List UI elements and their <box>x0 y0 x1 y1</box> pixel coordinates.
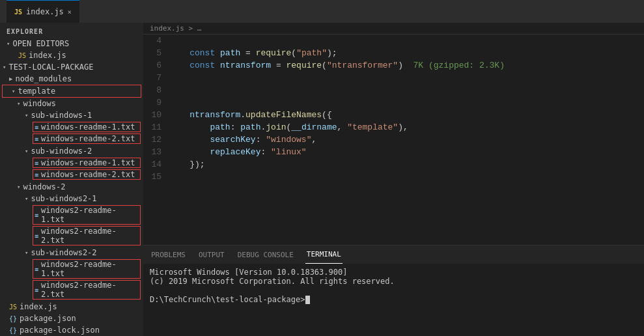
line-num: 15 <box>143 171 169 183</box>
js-file-icon: JS <box>18 52 26 59</box>
txt-icon: ≡ <box>35 160 38 167</box>
w2-sub1-readme-2-label: windows2-readme-2.txt <box>41 227 139 245</box>
node-modules-label: node_modules <box>15 74 72 83</box>
sw2-windows-readme-1-label: windows-readme-1.txt <box>41 158 135 167</box>
chevron-icon: ▾ <box>17 100 20 107</box>
json-file-icon: {} <box>9 327 17 334</box>
windows-2-folder[interactable]: ▾ windows-2 <box>0 181 143 193</box>
chevron-icon: ▾ <box>12 88 15 94</box>
code-line-10: 10 ntransform.updateFileNames({ <box>143 109 644 121</box>
windows-readme-2-label: windows-readme-2.txt <box>41 134 135 143</box>
windows-readme-1-label: windows-readme-1.txt <box>41 122 135 132</box>
code-line-4: 4 <box>143 35 644 47</box>
package-json-label: package.json <box>20 314 76 323</box>
sub-windows-2-label: sub-windows-2 <box>31 147 92 156</box>
breadcrumb: index.js > … <box>143 23 644 35</box>
sub-windows2-2-folder[interactable]: ▾ sub-windows2-2 <box>0 247 143 259</box>
bottom-panel: PROBLEMS OUTPUT DEBUG CONSOLE TERMINAL M… <box>143 245 644 336</box>
sw2-windows-readme-2-file[interactable]: ≡ windows-readme-2.txt <box>33 169 141 180</box>
line-content: const path = require("path"); <box>169 47 337 59</box>
txt-icon: ≡ <box>35 124 38 131</box>
code-line-9: 9 <box>143 96 644 109</box>
txt-icon: ≡ <box>35 135 38 143</box>
tab-output[interactable]: OUTPUT <box>197 245 226 264</box>
package-json-file[interactable]: {} package.json <box>0 313 143 324</box>
windows-label: windows <box>23 99 56 108</box>
json-file-icon: {} <box>9 315 17 322</box>
line-content: }); <box>169 158 205 171</box>
line-num: 14 <box>143 158 169 171</box>
line-num: 7 <box>143 72 169 84</box>
sidebar: EXPLORER ▾ OPEN EDITORS JS index.js ▾ TE… <box>0 23 143 336</box>
chevron-icon: ▾ <box>25 148 28 154</box>
terminal-line-2: (c) 2019 Microsoft Corporation. All righ… <box>150 277 637 286</box>
code-line-14: 14 }); <box>143 158 644 171</box>
explorer-title: EXPLORER <box>0 23 143 38</box>
project-label: TEST-LOCAL-PACKAGE <box>8 63 93 72</box>
top-bar: JS index.js × <box>0 0 644 23</box>
w2-sub2-readme-1-label: windows2-readme-1.txt <box>41 260 139 278</box>
line-content: ntransform.updateFileNames({ <box>169 109 332 121</box>
index-js-file[interactable]: JS index.js <box>0 301 143 313</box>
editor-area: index.js > … 4 5 const path = require("p… <box>143 23 644 336</box>
package-lock-json-label: package-lock.json <box>20 326 100 335</box>
line-num: 5 <box>143 47 169 59</box>
node-modules-folder[interactable]: ▶ node_modules <box>0 73 143 85</box>
sw2-windows-readme-1-file[interactable]: ≡ windows-readme-1.txt <box>33 158 141 168</box>
tab-close-button[interactable]: × <box>68 8 72 16</box>
sub-windows2-2-label: sub-windows2-2 <box>31 248 96 257</box>
sub-windows2-1-label: sub-windows2-1 <box>31 194 96 203</box>
code-line-5: 5 const path = require("path"); <box>143 47 644 59</box>
w2-sub1-readme-1-label: windows2-readme-1.txt <box>41 206 139 224</box>
line-num: 10 <box>143 109 169 121</box>
txt-icon: ≡ <box>35 232 38 240</box>
tab-debug-console[interactable]: DEBUG CONSOLE <box>236 245 295 264</box>
windows-readme-2-file[interactable]: ≡ windows-readme-2.txt <box>33 133 141 144</box>
project-chevron-icon: ▾ <box>3 64 6 70</box>
sub-windows-2-folder[interactable]: ▾ sub-windows-2 <box>0 145 143 157</box>
js-tab-icon: JS <box>14 8 22 16</box>
sub-windows2-1-folder[interactable]: ▾ sub-windows2-1 <box>0 193 143 204</box>
project-section[interactable]: ▾ TEST-LOCAL-PACKAGE <box>0 61 143 73</box>
sw2-windows-readme-2-label: windows-readme-2.txt <box>41 170 135 179</box>
tab-terminal[interactable]: TERMINAL <box>305 245 343 264</box>
line-content: searchKey: "windows", <box>169 133 316 146</box>
txt-icon: ≡ <box>35 212 38 219</box>
w2-sub1-readme-1-file[interactable]: ≡ windows2-readme-1.txt <box>33 205 141 225</box>
w2-sub2-readme-1-file[interactable]: ≡ windows2-readme-1.txt <box>33 259 141 279</box>
main-layout: EXPLORER ▾ OPEN EDITORS JS index.js ▾ TE… <box>0 23 644 336</box>
sub-windows-1-folder[interactable]: ▾ sub-windows-1 <box>0 109 143 121</box>
editor-tab[interactable]: JS index.js × <box>7 0 79 23</box>
windows-readme-1-file[interactable]: ≡ windows-readme-1.txt <box>33 122 141 132</box>
tab-problems[interactable]: PROBLEMS <box>150 245 187 264</box>
code-editor[interactable]: 4 5 const path = require("path"); 6 cons… <box>143 35 644 245</box>
code-line-7: 7 <box>143 72 644 84</box>
w2-sub2-readme-2-label: windows2-readme-2.txt <box>41 281 139 299</box>
terminal-content[interactable]: Microsoft Windows [Version 10.0.18363.90… <box>143 264 644 336</box>
chevron-icon: ▾ <box>25 249 28 256</box>
code-line-6: 6 const ntransform = require("ntransform… <box>143 59 644 72</box>
open-editors-section[interactable]: ▾ OPEN EDITORS <box>0 38 143 49</box>
line-num: 9 <box>143 96 169 109</box>
windows-folder[interactable]: ▾ windows <box>0 98 143 109</box>
js-file-icon: JS <box>9 303 17 311</box>
chevron-icon: ▾ <box>25 195 28 202</box>
package-lock-json-file[interactable]: {} package-lock.json <box>0 324 143 336</box>
code-line-15: 15 <box>143 171 644 183</box>
code-line-8: 8 <box>143 84 644 96</box>
chevron-icon: ▾ <box>7 40 10 47</box>
line-num: 6 <box>143 59 169 72</box>
line-num: 11 <box>143 121 169 133</box>
w2-sub1-readme-2-file[interactable]: ≡ windows2-readme-2.txt <box>33 226 141 245</box>
w2-sub2-readme-2-file[interactable]: ≡ windows2-readme-2.txt <box>33 280 141 300</box>
template-folder[interactable]: ▾ template <box>3 85 141 97</box>
line-content: const ntransform = require("ntransformer… <box>169 59 505 72</box>
open-file-label: index.js <box>29 51 66 60</box>
txt-icon: ≡ <box>35 266 38 273</box>
txt-icon: ≡ <box>35 171 38 178</box>
terminal-line-3 <box>150 286 637 295</box>
terminal-cursor <box>305 296 310 304</box>
terminal-line-1: Microsoft Windows [Version 10.0.18363.90… <box>150 268 637 277</box>
code-line-12: 12 searchKey: "windows", <box>143 133 644 146</box>
open-file-item[interactable]: JS index.js <box>0 49 143 61</box>
